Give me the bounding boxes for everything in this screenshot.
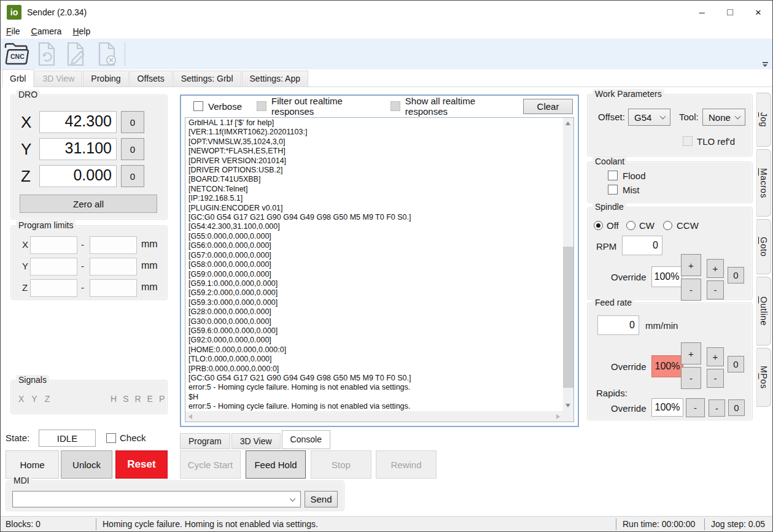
flood-checkbox[interactable] [608,171,618,180]
status-message: Homing cycle failure. Homing is not enab… [103,519,318,529]
rapids-label: Rapids: [596,388,627,398]
rapids-override-coarse-minus-button[interactable]: - [686,398,705,417]
clear-button[interactable]: Clear [523,99,573,114]
tool-select[interactable]: None [702,109,745,126]
limit-dash: - [81,261,84,271]
feed-override-reset-button[interactable]: 0 [728,356,744,372]
limit-x-max-input[interactable] [90,236,137,254]
limit-x-min-input[interactable] [30,236,77,254]
feed-override-coarse-minus-button[interactable]: - [681,367,701,389]
dro-x-value[interactable]: 42.300 [39,111,117,133]
menu-help[interactable]: Help [67,25,96,37]
console-line: [G57:0.000,0.000,0.000] [188,251,562,260]
verbose-checkbox[interactable] [193,101,203,111]
spindle-off-radio[interactable] [594,221,603,230]
console-line: [VER:1.1f(IMXRT1062).20201103:] [188,128,562,137]
zero-all-button[interactable]: Zero all [20,195,157,213]
mdi-input[interactable] [14,492,284,506]
signal-r: R [134,394,141,404]
limit-dash: - [81,239,84,250]
signal-s: S [123,394,128,404]
mdi-combobox[interactable] [12,491,301,507]
spindle-override-coarse-minus-button[interactable]: - [681,279,701,301]
menu-file[interactable]: File [1,25,26,37]
side-tab-macros[interactable]: Macros [756,149,771,217]
limit-y-label: Y [22,261,28,271]
console-line: error:5 - Homing cycle failure. Homing i… [188,402,562,411]
spindle-group-title: Spindle [592,202,626,212]
feed-rate-input[interactable] [597,315,639,335]
mist-checkbox[interactable] [608,185,618,195]
console-vertical-scrollbar[interactable] [563,118,573,411]
rapids-override-reset-button[interactable]: 0 [728,399,745,416]
side-tab-mpos[interactable]: MPos [756,348,771,407]
side-tab-goto[interactable]: Goto [756,219,771,274]
limit-x-unit: mm [141,239,158,250]
check-mode-checkbox[interactable] [106,433,116,443]
limit-z-max-input[interactable] [90,279,137,297]
tab-offsets[interactable]: Offsets [130,71,173,87]
chevron-down-icon[interactable] [290,495,296,501]
feed-override-fine-minus-button[interactable]: - [707,369,724,388]
dro-y-value[interactable]: 31.100 [39,138,117,160]
tab-settings-app[interactable]: Settings: App [242,71,309,87]
console-line: [G59.3:0.000,0.000,0.000] [188,298,562,307]
coolant-group: Coolant Flood Mist [587,161,753,203]
toolbar-overflow-icon[interactable] [761,62,769,67]
signals-axis-letters: X Y Z [18,394,50,404]
limit-y-unit: mm [141,260,158,271]
scroll-down-icon[interactable] [565,404,570,407]
stop-button: Stop [311,450,371,479]
dro-x-zero-button[interactable]: 0 [121,111,144,133]
limit-z-min-input[interactable] [30,279,77,297]
feed-override-coarse-plus-button[interactable]: + [681,342,701,364]
console-line: [G58:0.000,0.000,0.000] [188,260,562,269]
spindle-ccw-radio[interactable] [663,221,672,230]
rpm-input[interactable] [622,236,662,255]
spindle-override-coarse-plus-button[interactable]: + [681,254,701,276]
tab-grbl[interactable]: Grbl [2,69,34,87]
statusbar-separator [616,519,616,530]
spindle-off-label: Off [607,220,619,231]
filter-realtime-checkbox [257,101,266,111]
dro-y-zero-button[interactable]: 0 [121,138,144,160]
menu-camera[interactable]: Camera [26,25,68,37]
reset-button[interactable]: Reset [115,450,168,479]
tab-program[interactable]: Program [180,433,230,449]
tab-probing[interactable]: Probing [83,71,128,87]
rapids-override-fine-minus-button[interactable]: - [709,399,725,417]
minimize-icon[interactable]: ─ [688,1,716,24]
feed-hold-button[interactable]: Feed Hold [246,450,306,479]
offset-select[interactable]: G54 [628,109,670,126]
console-text[interactable]: GrblHAL 1.1f ['$' for help] [VER:1.1f(IM… [187,118,562,412]
dro-z-zero-button[interactable]: 0 [121,165,144,187]
scroll-thumb[interactable] [563,247,573,388]
open-gcode-file-icon[interactable]: CNC [2,40,31,68]
send-button[interactable]: Send [305,491,338,507]
tab-console[interactable]: Console [282,430,330,449]
side-tab-jog[interactable]: Jog [756,93,771,147]
limit-y-min-input[interactable] [30,258,77,276]
dro-z-value[interactable]: 0.000 [39,165,117,187]
side-tab-outline[interactable]: Outline [756,277,771,345]
spindle-override-fine-plus-button[interactable]: + [707,259,724,278]
signal-h: H [111,394,117,404]
scroll-up-icon[interactable] [565,121,570,125]
tab-3d-view-bottom[interactable]: 3D View [231,433,281,449]
home-button[interactable]: Home [6,450,59,479]
spindle-override-fine-minus-button[interactable]: - [707,280,724,299]
filter-realtime-label: Filter out realtime responses [271,96,376,117]
console-horizontal-scrollbar[interactable] [185,411,563,422]
scroll-left-icon[interactable] [188,414,192,419]
tab-settings-grbl[interactable]: Settings: Grbl [173,71,241,87]
maximize-icon[interactable]: □ [716,1,744,24]
scroll-right-icon[interactable] [556,414,560,419]
spindle-override-reset-button[interactable]: 0 [728,267,744,283]
close-icon[interactable]: ✕ [744,1,772,24]
feed-override-fine-plus-button[interactable]: + [707,347,724,366]
limit-z-unit: mm [141,282,158,293]
spindle-cw-radio[interactable] [626,221,635,230]
console-output[interactable]: GrblHAL 1.1f ['$' for help] [VER:1.1f(IM… [185,117,574,422]
limit-y-max-input[interactable] [90,258,137,276]
unlock-button[interactable]: Unlock [61,450,112,479]
